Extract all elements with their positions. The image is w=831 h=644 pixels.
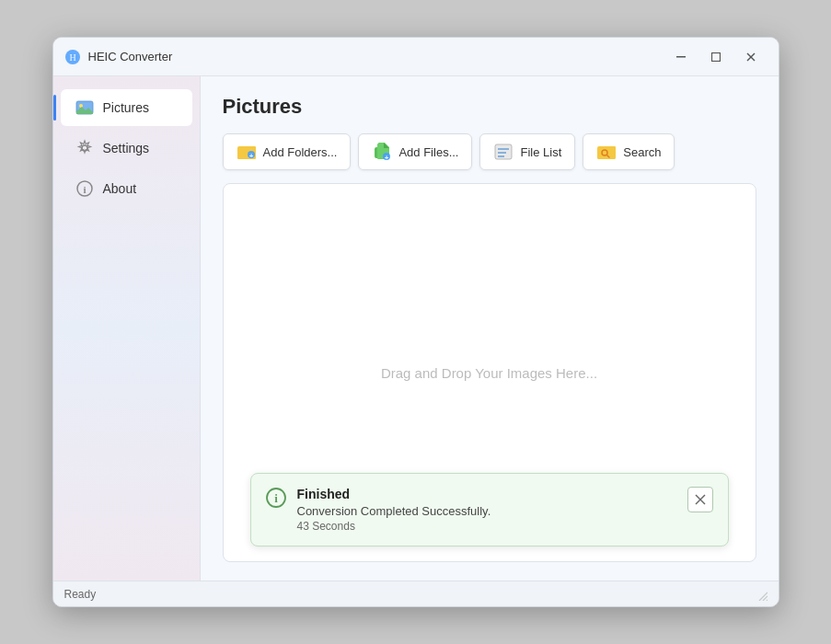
toolbar: + Add Folders... + — [223, 133, 756, 170]
status-text: Ready — [64, 588, 97, 601]
notification-body: Finished Conversion Completed Successful… — [297, 487, 676, 533]
svg-text:i: i — [83, 184, 86, 195]
sidebar-item-about[interactable]: i About — [61, 170, 192, 207]
add-folders-label: Add Folders... — [263, 145, 338, 159]
drop-zone-placeholder: Drag and Drop Your Images Here... — [381, 365, 597, 381]
add-files-icon: + — [372, 142, 392, 162]
svg-rect-2 — [676, 56, 686, 58]
notification: i Finished Conversion Completed Successf… — [250, 473, 729, 546]
sidebar-item-pictures[interactable]: Pictures — [61, 89, 192, 126]
status-bar: Ready — [53, 581, 779, 606]
file-list-icon — [493, 142, 514, 162]
sidebar-label-about: About — [103, 181, 137, 196]
svg-rect-3 — [711, 52, 720, 61]
settings-icon — [75, 139, 94, 157]
about-icon: i — [75, 179, 94, 198]
pictures-icon — [75, 98, 94, 117]
file-list-label: File List — [520, 145, 561, 159]
page-title: Pictures — [223, 95, 756, 119]
notification-message: Conversion Completed Successfully. — [297, 504, 676, 518]
svg-text:+: + — [248, 152, 253, 160]
notification-time: 43 Seconds — [297, 520, 676, 533]
notification-info-icon: i — [266, 488, 286, 508]
maximize-button[interactable] — [699, 42, 733, 72]
svg-text:+: + — [385, 154, 389, 162]
sidebar: Pictures Settings i Abo — [53, 76, 201, 581]
resize-handle-icon — [755, 588, 768, 601]
main-layout: Pictures Settings i Abo — [53, 76, 779, 581]
svg-text:i: i — [274, 491, 278, 505]
file-list-button[interactable]: File List — [479, 133, 575, 170]
svg-line-30 — [759, 592, 768, 601]
close-button[interactable] — [734, 42, 768, 72]
svg-line-32 — [767, 600, 768, 601]
app-window: H HEIC Converter — [52, 37, 779, 607]
search-button[interactable]: Search — [583, 133, 675, 170]
drop-zone[interactable]: Drag and Drop Your Images Here... i Fini… — [223, 183, 756, 562]
notification-title: Finished — [297, 487, 676, 501]
search-label: Search — [623, 145, 661, 159]
notification-close-button[interactable] — [687, 487, 713, 512]
svg-text:H: H — [69, 52, 75, 63]
sidebar-label-pictures: Pictures — [103, 100, 150, 115]
add-folders-icon: + — [237, 142, 257, 162]
minimize-button[interactable] — [664, 42, 698, 72]
sidebar-item-settings[interactable]: Settings — [61, 130, 192, 167]
search-icon — [596, 142, 617, 162]
add-files-label: Add Files... — [398, 145, 458, 159]
app-title: HEIC Converter — [88, 50, 664, 63]
add-files-button[interactable]: + Add Files... — [358, 133, 472, 170]
content-area: Pictures + Add Folders... — [201, 76, 779, 581]
app-icon: H — [64, 49, 81, 65]
sidebar-label-settings: Settings — [103, 141, 150, 155]
title-bar: H HEIC Converter — [53, 38, 779, 76]
add-folders-button[interactable]: + Add Folders... — [223, 133, 352, 170]
window-controls — [664, 42, 768, 72]
